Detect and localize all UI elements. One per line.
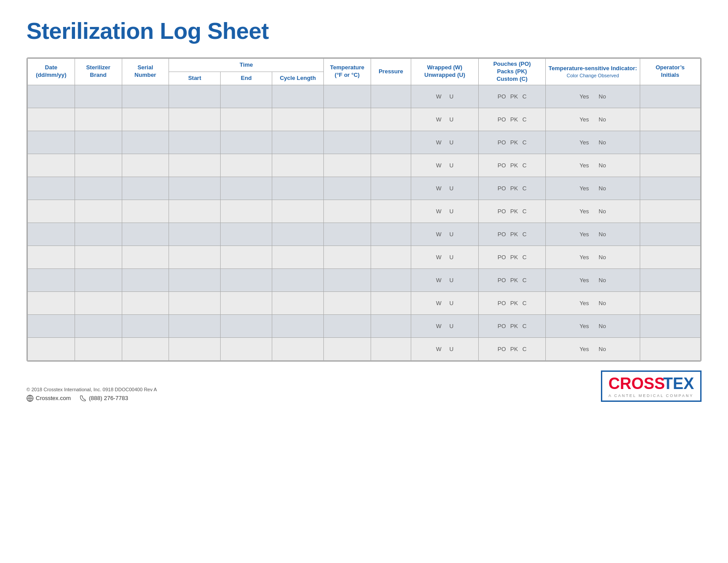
operator-initials-cell[interactable] (640, 108, 700, 131)
col-header-operator: Operator’s Initials (640, 59, 700, 85)
tsi-cell: YesNo (546, 246, 640, 268)
tsi-cell: YesNo (546, 154, 640, 177)
tsi-cell: YesNo (546, 223, 640, 246)
table-row: WUPOPKCYesNo (28, 223, 701, 246)
packs-cell: POPKC (478, 291, 546, 314)
website-link[interactable]: Crosstex.com (26, 395, 71, 402)
tsi-cell: YesNo (546, 291, 640, 314)
phone-link[interactable]: (888) 276-7783 (79, 395, 128, 402)
table-row: WUPOPKCYesNo (28, 268, 701, 291)
packs-cell: POPKC (478, 337, 546, 360)
operator-initials-cell[interactable] (640, 223, 700, 246)
operator-initials-cell[interactable] (640, 200, 700, 223)
table-row: WUPOPKCYesNo (28, 154, 701, 177)
wrapped-unwrapped-cell: WU (411, 268, 479, 291)
page-title: Sterilization Log Sheet (26, 18, 702, 44)
sterilization-table: Date (dd/mm/yy) Sterilizer Brand Serial … (26, 57, 702, 362)
table-row: WUPOPKCYesNo (28, 85, 701, 108)
operator-initials-cell[interactable] (640, 154, 700, 177)
wrapped-unwrapped-cell: WU (411, 85, 479, 108)
tsi-cell: YesNo (546, 108, 640, 131)
globe-icon (26, 395, 34, 402)
col-header-end: End (221, 72, 272, 85)
packs-cell: POPKC (478, 223, 546, 246)
table-row: WUPOPKCYesNo (28, 131, 701, 154)
table-row: WUPOPKCYesNo (28, 246, 701, 268)
copyright-text: © 2018 Crosstex International, Inc. 0918… (26, 387, 157, 392)
col-header-serial: Serial Number (122, 59, 169, 85)
table-row: WUPOPKCYesNo (28, 291, 701, 314)
col-header-brand: Sterilizer Brand (75, 59, 122, 85)
footer: © 2018 Crosstex International, Inc. 0918… (26, 370, 702, 402)
tsi-cell: YesNo (546, 268, 640, 291)
table-row: WUPOPKCYesNo (28, 314, 701, 337)
wrapped-unwrapped-cell: WU (411, 337, 479, 360)
col-header-cycle: Cycle Length (272, 72, 324, 85)
col-header-tsi: Temperature-sensitive Indicator: Color C… (546, 59, 640, 85)
packs-cell: POPKC (478, 131, 546, 154)
tsi-cell: YesNo (546, 314, 640, 337)
operator-initials-cell[interactable] (640, 337, 700, 360)
packs-cell: POPKC (478, 246, 546, 268)
col-header-start: Start (169, 72, 221, 85)
packs-cell: POPKC (478, 108, 546, 131)
crosstex-logo: CROSS TEX A CANTEL MEDICAL COMPANY (601, 370, 702, 402)
packs-cell: POPKC (478, 268, 546, 291)
col-header-pressure: Pressure (371, 59, 411, 85)
col-header-wrapped: Wrapped (W) Unwrapped (U) (411, 59, 479, 85)
packs-cell: POPKC (478, 154, 546, 177)
packs-cell: POPKC (478, 177, 546, 200)
col-header-time: Time (169, 59, 324, 72)
operator-initials-cell[interactable] (640, 177, 700, 200)
packs-cell: POPKC (478, 85, 546, 108)
phone-icon (79, 395, 86, 402)
table-row: WUPOPKCYesNo (28, 200, 701, 223)
col-header-date: Date (dd/mm/yy) (28, 59, 75, 85)
operator-initials-cell[interactable] (640, 314, 700, 337)
tsi-cell: YesNo (546, 177, 640, 200)
tsi-cell: YesNo (546, 337, 640, 360)
packs-cell: POPKC (478, 200, 546, 223)
wrapped-unwrapped-cell: WU (411, 131, 479, 154)
wrapped-unwrapped-cell: WU (411, 108, 479, 131)
col-header-packs: Pouches (PO) Packs (PK) Custom (C) (478, 59, 546, 85)
wrapped-unwrapped-cell: WU (411, 223, 479, 246)
wrapped-unwrapped-cell: WU (411, 291, 479, 314)
operator-initials-cell[interactable] (640, 268, 700, 291)
wrapped-unwrapped-cell: WU (411, 200, 479, 223)
table-row: WUPOPKCYesNo (28, 177, 701, 200)
packs-cell: POPKC (478, 314, 546, 337)
table-row: WUPOPKCYesNo (28, 337, 701, 360)
col-header-temp: Temperature (°F or °C) (324, 59, 371, 85)
wrapped-unwrapped-cell: WU (411, 246, 479, 268)
operator-initials-cell[interactable] (640, 291, 700, 314)
wrapped-unwrapped-cell: WU (411, 177, 479, 200)
wrapped-unwrapped-cell: WU (411, 154, 479, 177)
header-row-top: Date (dd/mm/yy) Sterilizer Brand Serial … (28, 59, 701, 72)
tsi-cell: YesNo (546, 131, 640, 154)
operator-initials-cell[interactable] (640, 246, 700, 268)
operator-initials-cell[interactable] (640, 85, 700, 108)
tsi-cell: YesNo (546, 85, 640, 108)
table-row: WUPOPKCYesNo (28, 108, 701, 131)
wrapped-unwrapped-cell: WU (411, 314, 479, 337)
tsi-cell: YesNo (546, 200, 640, 223)
operator-initials-cell[interactable] (640, 131, 700, 154)
